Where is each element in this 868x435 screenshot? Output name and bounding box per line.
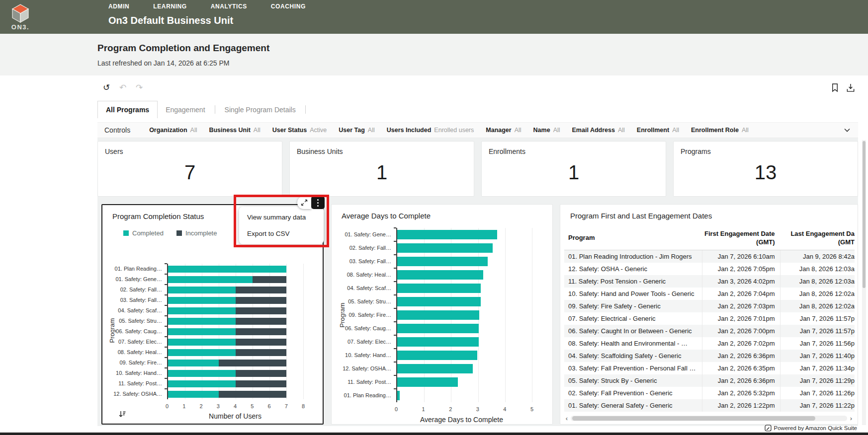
bar[interactable]: [397, 351, 477, 360]
filter-name[interactable]: NameAll: [533, 127, 560, 134]
table-row[interactable]: 05. Safety: Struck By - GenericJan 2, 20…: [564, 374, 855, 387]
table-row[interactable]: 10. Safety: Hand and Power Tools - Gener…: [564, 288, 855, 300]
bar-segment-incomplete[interactable]: [236, 328, 286, 335]
bar-row-12-safety-osha[interactable]: [397, 362, 532, 375]
bar-row-04-safety-scaf[interactable]: [168, 305, 303, 316]
filter-user-tag[interactable]: User TagAll: [339, 127, 374, 134]
bar-row-05-safety-stru[interactable]: [168, 316, 303, 326]
bar[interactable]: [397, 243, 493, 253]
bar-segment-completed[interactable]: [168, 297, 236, 304]
table-row[interactable]: 07. Safety: Electrical - GenericJan 2, 2…: [564, 312, 855, 325]
bar-segment-completed[interactable]: [168, 276, 253, 283]
filter-manager[interactable]: ManagerAll: [486, 127, 521, 134]
table-row[interactable]: 03. Safety: Fall Prevention - Personal F…: [564, 362, 855, 374]
bar-segment-incomplete[interactable]: [219, 360, 286, 366]
bar-row-01-safety-gene[interactable]: [168, 274, 303, 285]
bar-row-07-safety-elec[interactable]: [397, 335, 532, 349]
bar[interactable]: [397, 297, 481, 306]
table-row[interactable]: 04. Safety: Scaffolding Safety - Generic…: [564, 350, 855, 362]
bar[interactable]: [397, 377, 458, 387]
menu-item-export-to-csv[interactable]: Export to CSV: [239, 225, 324, 242]
filter-user-status[interactable]: User StatusActive: [272, 127, 327, 134]
kebab-menu-icon[interactable]: [311, 196, 325, 209]
bar-segment-completed[interactable]: [168, 349, 236, 356]
bar-segment-completed[interactable]: [168, 380, 236, 387]
bar-row-02-safety-fall[interactable]: [168, 285, 303, 295]
bar[interactable]: [397, 310, 479, 320]
bar-segment-incomplete[interactable]: [236, 339, 286, 346]
tab-engagement[interactable]: Engagement: [158, 101, 213, 118]
bar-segment-completed[interactable]: [168, 328, 236, 335]
sort-descending-icon[interactable]: [118, 410, 127, 421]
legend-item-incomplete[interactable]: Incomplete: [176, 229, 217, 237]
maximize-icon[interactable]: [297, 196, 311, 209]
legend-item-completed[interactable]: Completed: [123, 229, 164, 237]
nav-item-admin[interactable]: ADMIN: [108, 3, 129, 10]
bar[interactable]: [397, 284, 481, 293]
bar[interactable]: [397, 337, 479, 347]
bar-row-01-plan-reading[interactable]: [397, 389, 532, 402]
bar-segment-incomplete[interactable]: [236, 370, 286, 377]
horizontal-scrollbar-track[interactable]: [571, 416, 847, 421]
bar[interactable]: [397, 270, 483, 280]
bar[interactable]: [397, 391, 400, 400]
bar-row-10-safety-hand[interactable]: [397, 349, 532, 362]
bar-row-11-safety-post[interactable]: [397, 375, 532, 389]
bar-segment-completed[interactable]: [168, 266, 286, 273]
bar-row-05-safety-stru[interactable]: [397, 295, 532, 308]
bar-segment-completed[interactable]: [168, 307, 236, 314]
bar-segment-completed[interactable]: [168, 318, 236, 325]
bar-segment-completed[interactable]: [168, 287, 236, 293]
table-row[interactable]: 01. Safety: General Safety - GenericJan …: [564, 399, 855, 412]
bar-row-01-safety-gene[interactable]: [397, 228, 532, 241]
nav-item-analytics[interactable]: ANALYTICS: [211, 3, 247, 10]
bar-segment-completed[interactable]: [168, 339, 236, 346]
undo-icon[interactable]: ↶: [118, 81, 128, 94]
export-download-icon[interactable]: [846, 83, 855, 92]
bar-row-04-safety-scaf[interactable]: [397, 282, 532, 295]
bookmark-icon[interactable]: [831, 83, 839, 92]
bar-segment-completed[interactable]: [168, 391, 219, 398]
tab-single-program-details[interactable]: Single Program Details: [217, 101, 304, 118]
bar-segment-incomplete[interactable]: [236, 307, 286, 314]
bar-row-03-safety-fall[interactable]: [397, 255, 532, 268]
bar-segment-completed[interactable]: [168, 360, 219, 366]
table-row[interactable]: 12. Safety: OSHA - GenericJan 2, 2026 7:…: [564, 263, 855, 275]
bar[interactable]: [397, 230, 497, 239]
bar-segment-incomplete[interactable]: [236, 287, 286, 293]
on3-logo[interactable]: ON3.: [3, 0, 38, 33]
chevron-down-icon[interactable]: [843, 126, 851, 134]
reset-icon[interactable]: ↺: [101, 81, 111, 94]
bar-row-09-safety-fire[interactable]: [168, 358, 303, 368]
bar-row-03-safety-fall[interactable]: [168, 295, 303, 305]
table-row[interactable]: 09. Safety: Fire Safety - GenericJan 2, …: [564, 300, 855, 312]
bar[interactable]: [397, 364, 473, 373]
table-row[interactable]: 01. Plan Reading Introduction - Jim Roge…: [564, 250, 855, 263]
nav-item-coaching[interactable]: COACHING: [271, 3, 306, 10]
filter-business-unit[interactable]: Business UnitAll: [209, 127, 260, 134]
filter-users-included[interactable]: Users IncludedEnrolled users: [387, 127, 474, 134]
bar-segment-completed[interactable]: [168, 370, 236, 377]
table-row[interactable]: 11. Safety: Post Tension - GenericJan 3,…: [564, 275, 855, 288]
redo-icon[interactable]: ↷: [134, 81, 144, 94]
filter-enrollment-role[interactable]: Enrollment RoleAll: [691, 127, 749, 134]
filter-enrollment[interactable]: EnrollmentAll: [637, 127, 679, 134]
table-row[interactable]: 08. Safety: Health and Environmental - ……: [564, 337, 855, 350]
bar-segment-incomplete[interactable]: [236, 349, 286, 356]
bar-row-07-safety-elec[interactable]: [168, 337, 303, 347]
bar-row-01-plan-reading[interactable]: [168, 264, 303, 274]
nav-item-learning[interactable]: LEARNING: [153, 3, 186, 10]
bar-row-08-safety-heal[interactable]: [397, 268, 532, 282]
scroll-left-arrow-icon[interactable]: ‹: [564, 415, 569, 422]
bar-segment-incomplete[interactable]: [236, 380, 286, 387]
vertical-scrollbar-track[interactable]: [862, 140, 866, 425]
bar-segment-incomplete[interactable]: [236, 318, 286, 325]
vertical-scrollbar-thumb[interactable]: [863, 141, 866, 288]
filter-organization[interactable]: OrganizationAll: [149, 127, 197, 134]
bar-row-11-safety-post[interactable]: [168, 378, 303, 389]
bar-segment-incomplete[interactable]: [253, 276, 286, 283]
bar-row-08-safety-heal[interactable]: [168, 347, 303, 358]
filter-email-address[interactable]: Email AddressAll: [572, 127, 625, 134]
bar-row-10-safety-hand[interactable]: [168, 368, 303, 378]
bar[interactable]: [397, 324, 479, 333]
